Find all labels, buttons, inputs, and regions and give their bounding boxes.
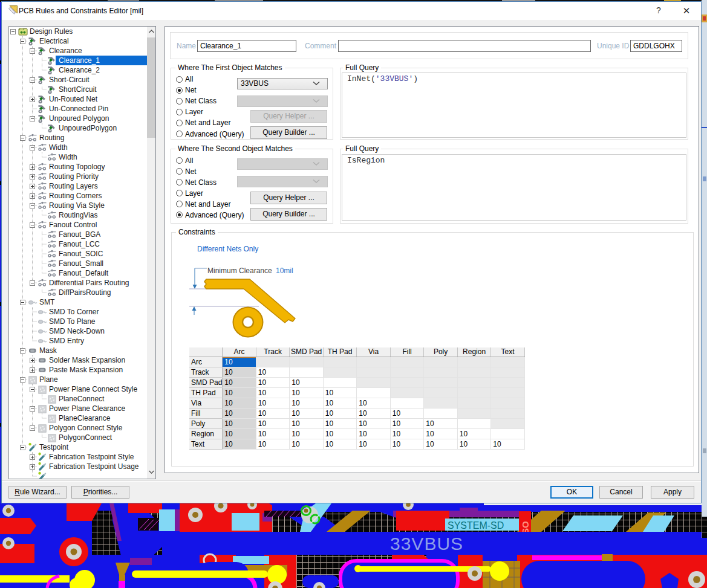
svg-text:SYSTEM-SD: SYSTEM-SD xyxy=(448,520,504,531)
svg-text:33VBUS: 33VBUS xyxy=(390,534,463,554)
